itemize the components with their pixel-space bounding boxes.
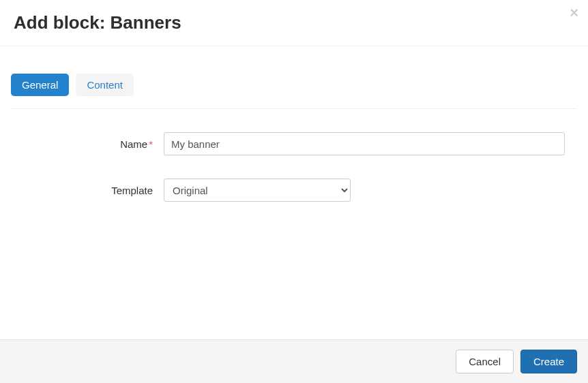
name-label: Name*	[11, 138, 164, 150]
tabs: General Content	[11, 74, 577, 109]
cancel-button[interactable]: Cancel	[456, 350, 514, 373]
dialog-footer: Cancel Create	[0, 339, 588, 383]
name-input[interactable]	[164, 132, 565, 155]
dialog-title: Add block: Banners	[14, 12, 574, 33]
template-label: Template	[11, 185, 164, 196]
tab-content[interactable]: Content	[76, 74, 134, 96]
name-label-text: Name	[120, 138, 147, 150]
dialog-header: Add block: Banners ×	[0, 0, 588, 46]
form-row-template: Template Original	[11, 179, 577, 202]
create-button[interactable]: Create	[520, 350, 577, 373]
close-icon[interactable]: ×	[570, 5, 578, 20]
form: Name* Template Original	[11, 109, 577, 202]
form-row-name: Name*	[11, 132, 577, 155]
tab-general[interactable]: General	[11, 74, 69, 96]
dialog-body: General Content Name* Template Original	[0, 46, 588, 239]
required-asterisk-icon: *	[149, 138, 153, 150]
template-select[interactable]: Original	[164, 179, 351, 202]
